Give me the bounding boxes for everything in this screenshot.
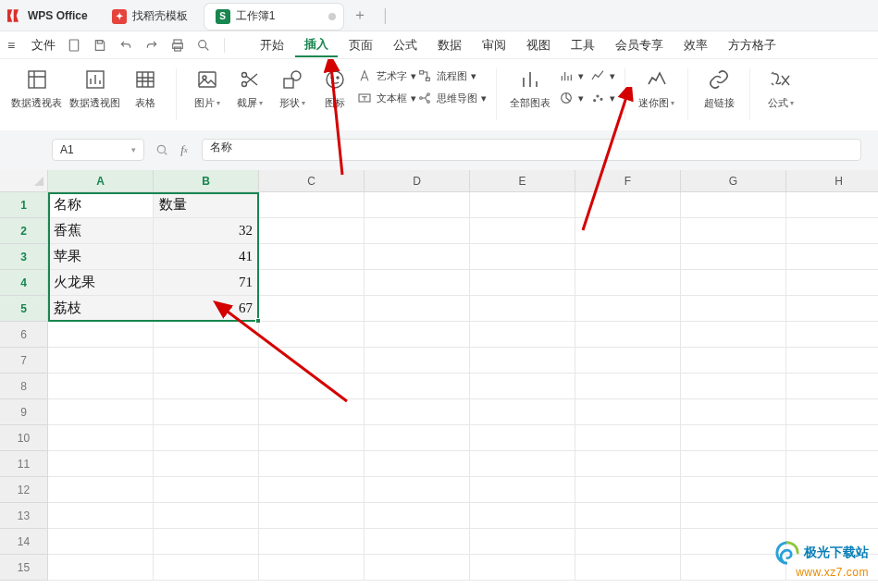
cell-B5[interactable]: 67: [154, 296, 259, 322]
screenshot-button[interactable]: 截屏▾: [229, 65, 271, 112]
scatter-chart-button[interactable]: ▾: [589, 89, 615, 107]
shapes-icon: [281, 67, 303, 92]
column-chart-button[interactable]: ▾: [558, 67, 584, 85]
row-header-3[interactable]: 3: [0, 244, 48, 270]
add-tab-button[interactable]: ＋: [349, 5, 371, 27]
pivot-table-icon: [26, 67, 48, 92]
cell-A2[interactable]: 香蕉: [48, 218, 154, 244]
name-box-dropdown-icon[interactable]: ▾: [131, 145, 136, 154]
svg-point-15: [327, 71, 343, 88]
redo-icon[interactable]: [142, 36, 161, 55]
doc-badge-icon: S: [216, 9, 230, 24]
line-chart-button[interactable]: ▾: [589, 67, 615, 85]
pivot-chart-button[interactable]: 数据透视图: [66, 65, 124, 112]
row-header-9[interactable]: 9: [0, 399, 48, 425]
name-box[interactable]: A1 ▾: [52, 139, 144, 161]
col-header-B[interactable]: B: [154, 170, 259, 192]
col-header-F[interactable]: F: [575, 170, 681, 192]
tab-menu-divider: │: [382, 8, 390, 23]
svg-point-12: [242, 82, 247, 87]
link-icon: [708, 67, 730, 92]
all-charts-button[interactable]: 全部图表: [506, 65, 554, 112]
row-header-6[interactable]: 6: [0, 322, 48, 348]
menu-tab-page[interactable]: 页面: [340, 33, 382, 57]
menu-tab-view[interactable]: 视图: [517, 33, 560, 57]
icon-button[interactable]: 图标: [314, 65, 356, 112]
print-icon[interactable]: [168, 36, 187, 55]
menu-tab-efficiency[interactable]: 效率: [674, 33, 717, 57]
menu-tab-fangfang[interactable]: 方方格子: [719, 33, 785, 57]
cell-A5[interactable]: 荔枝: [48, 296, 154, 322]
row-header-7[interactable]: 7: [0, 348, 48, 374]
column-chart-icon: [558, 67, 575, 84]
menu-file[interactable]: 文件: [31, 37, 56, 54]
cell-B3[interactable]: 41: [154, 244, 259, 270]
tab-template[interactable]: ✦ 找稻壳模板: [101, 4, 199, 30]
svg-point-26: [597, 95, 599, 97]
cancel-fx-icon[interactable]: [154, 141, 170, 158]
tab-document[interactable]: S 工作簿1: [204, 4, 343, 30]
textbox-button[interactable]: 文本框▾: [356, 89, 416, 107]
svg-rect-1: [97, 40, 102, 43]
col-header-E[interactable]: E: [470, 170, 575, 192]
row-header-11[interactable]: 11: [0, 451, 48, 477]
mindmap-button[interactable]: 思维导图▾: [416, 89, 487, 107]
menu-tab-data[interactable]: 数据: [428, 33, 471, 57]
row-header-5[interactable]: 5: [0, 296, 48, 322]
cell-A1[interactable]: 名称: [48, 192, 154, 218]
formula-button[interactable]: 公式▾: [760, 65, 802, 112]
menu-tab-start[interactable]: 开始: [251, 33, 293, 57]
fill-handle[interactable]: [255, 318, 261, 324]
fx-icon[interactable]: fx: [176, 141, 192, 158]
save-icon[interactable]: [91, 36, 109, 55]
undo-icon[interactable]: [117, 36, 135, 55]
cell-A4[interactable]: 火龙果: [48, 270, 154, 296]
row-header-14[interactable]: 14: [0, 529, 48, 555]
row-header-8[interactable]: 8: [0, 374, 48, 399]
col-header-A[interactable]: A: [48, 170, 154, 192]
col-header-G[interactable]: G: [681, 170, 786, 192]
col-header-H[interactable]: H: [786, 170, 878, 192]
pie-chart-button[interactable]: ▾: [558, 89, 584, 107]
spreadsheet-grid[interactable]: A B C D E F G H 1 2 3 4 5 6 7 8 9 10 11 …: [0, 170, 878, 586]
row-header-4[interactable]: 4: [0, 270, 48, 296]
cells-area[interactable]: 名称数量 香蕉32 苹果41 火龙果71 荔枝67: [48, 192, 878, 581]
pivot-table-button[interactable]: 数据透视表: [7, 65, 66, 112]
menu-tab-tools[interactable]: 工具: [562, 33, 604, 57]
shape-button[interactable]: 形状▾: [271, 65, 314, 112]
col-header-D[interactable]: D: [365, 170, 470, 192]
menu-tab-formula[interactable]: 公式: [384, 33, 427, 57]
row-header-13[interactable]: 13: [0, 503, 48, 529]
sparkline-button[interactable]: 迷你图▾: [635, 65, 678, 112]
new-icon[interactable]: [65, 36, 83, 55]
cell-B1[interactable]: 数量: [154, 192, 259, 218]
flowchart-button[interactable]: 流程图▾: [416, 67, 487, 85]
menu-tab-member[interactable]: 会员专享: [606, 33, 673, 57]
menu-tab-review[interactable]: 审阅: [473, 33, 515, 57]
menu-tab-insert[interactable]: 插入: [295, 32, 338, 57]
select-all-corner[interactable]: [0, 170, 48, 192]
cell-B4[interactable]: 71: [154, 270, 259, 296]
hamburger-icon[interactable]: ≡: [7, 38, 24, 53]
search-icon[interactable]: [194, 36, 213, 55]
menu-separator: [224, 38, 225, 53]
watermark-url: www.xz7.com: [774, 566, 869, 579]
cell-B2[interactable]: 32: [154, 218, 259, 244]
cell-A3[interactable]: 苹果: [48, 244, 154, 270]
tab-close-icon[interactable]: [328, 13, 336, 20]
hyperlink-button[interactable]: 超链接: [698, 65, 740, 112]
picture-button[interactable]: 图片▾: [186, 65, 229, 112]
row-header-1[interactable]: 1: [0, 192, 48, 218]
svg-rect-19: [420, 71, 424, 74]
row-header-15[interactable]: 15: [0, 555, 48, 581]
formula-input[interactable]: 名称: [202, 139, 861, 161]
row-header-10[interactable]: 10: [0, 425, 48, 451]
row-header-2[interactable]: 2: [0, 218, 48, 244]
wordart-button[interactable]: 艺术字▾: [356, 67, 416, 85]
formula-bar: A1 ▾ fx 名称: [0, 137, 878, 163]
picture-icon: [196, 67, 218, 92]
col-header-C[interactable]: C: [259, 170, 365, 192]
row-header-12[interactable]: 12: [0, 477, 48, 503]
table-button[interactable]: 表格: [124, 65, 167, 112]
svg-point-11: [242, 73, 247, 78]
